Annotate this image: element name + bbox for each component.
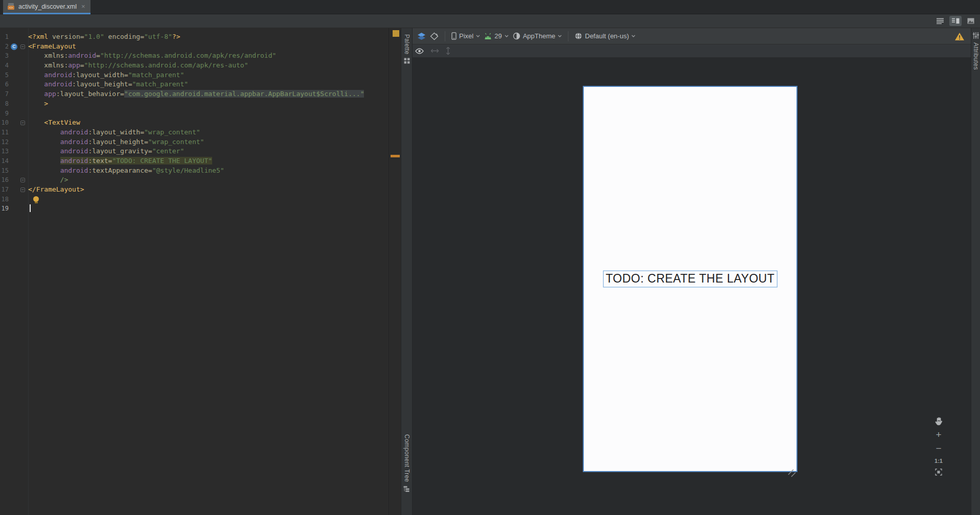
error-stripe-mark[interactable] — [391, 155, 400, 157]
code-token: /> — [28, 176, 68, 183]
zoom-out-button[interactable]: − — [936, 444, 941, 453]
code-token — [28, 147, 60, 155]
fold-column — [19, 156, 26, 166]
editor-mode-bar — [0, 14, 980, 28]
locale-selector[interactable]: Default (en-us) — [575, 32, 635, 40]
code-line-16[interactable]: 16− /> — [0, 175, 389, 185]
fold-column — [19, 195, 26, 204]
component-tree-tab[interactable]: Component Tree — [401, 434, 412, 492]
code-line-3[interactable]: 3 xmlns:android="http://schemas.android.… — [0, 51, 389, 61]
code-line-14[interactable]: 14 android:text="TODO: CREATE THE LAYOUT… — [0, 156, 389, 166]
gutter-icon-column — [9, 118, 19, 128]
zoom-to-fit-icon[interactable] — [935, 469, 942, 476]
code-token: "com.google.android.material.appbar.AppB… — [124, 90, 364, 98]
api-level-selector[interactable]: 29 — [484, 32, 508, 40]
code-line-7[interactable]: 7 app:layout_behavior="com.google.androi… — [0, 89, 389, 99]
fold-marker[interactable]: − — [20, 178, 25, 182]
line-number: 3 — [0, 51, 9, 61]
pan-hand-icon[interactable] — [935, 417, 943, 426]
code-token: :layout_behavior= — [56, 90, 124, 98]
code-line-11[interactable]: 11 android:layout_width="wrap_content" — [0, 128, 389, 137]
palette-tab[interactable]: Palette — [401, 34, 412, 64]
code-text: /> — [26, 175, 68, 185]
design-surface[interactable]: TODO: CREATE THE LAYOUT + − 1:1 — [413, 58, 971, 515]
render-warnings-button[interactable] — [954, 32, 965, 43]
code-line-19[interactable]: 19 — [0, 204, 389, 214]
canvas-resize-grip[interactable] — [786, 467, 797, 479]
gutter-icon-column — [9, 89, 19, 99]
tab-close-icon[interactable]: × — [81, 3, 85, 10]
device-screen-canvas[interactable]: TODO: CREATE THE LAYOUT — [583, 86, 797, 472]
pan-horizontal-button[interactable] — [431, 49, 439, 53]
view-options-button[interactable] — [415, 48, 424, 54]
vertical-arrows-icon — [446, 47, 450, 55]
zoom-in-button[interactable]: + — [936, 430, 941, 439]
code-text: > — [26, 99, 48, 109]
pan-vertical-button[interactable] — [446, 47, 450, 55]
code-text: android:layout_width="match_parent" — [26, 71, 184, 80]
code-text: <FrameLayout — [26, 42, 76, 52]
fold-column: − — [19, 175, 26, 185]
zoom-actual-button[interactable]: 1:1 — [935, 458, 943, 464]
text-caret — [30, 204, 31, 212]
code-token: "wrap_content" — [148, 138, 204, 146]
device-selector[interactable]: Pixel — [451, 32, 480, 40]
split-view-button[interactable] — [949, 16, 962, 26]
code-line-5[interactable]: 5 android:layout_width="match_parent" — [0, 71, 389, 80]
code-lines: 1<?xml version="1.0" encoding="utf-8"?>2… — [0, 32, 389, 214]
class-gutter-icon[interactable]: C — [11, 43, 17, 50]
code-line-17[interactable]: 17−</FrameLayout> — [0, 185, 389, 195]
design-view-button[interactable] — [965, 16, 977, 26]
code-token: :layout_height= — [72, 80, 132, 88]
fold-marker[interactable]: − — [20, 188, 25, 192]
code-line-18[interactable]: 18 — [0, 195, 389, 204]
fold-column — [19, 128, 26, 137]
code-line-9[interactable]: 9 — [0, 109, 389, 119]
theme-selector[interactable]: AppTheme — [513, 32, 562, 40]
code-line-15[interactable]: 15 android:textAppearance="@style/Headli… — [0, 166, 389, 176]
chevron-down-icon — [631, 35, 635, 37]
code-editor[interactable]: 1<?xml version="1.0" encoding="utf-8"?>2… — [0, 28, 389, 515]
code-text: <?xml version="1.0" encoding="utf-8"?> — [26, 32, 180, 42]
gutter-icon-column — [9, 32, 19, 42]
intention-bulb-icon[interactable] — [33, 196, 39, 202]
gutter-icon-column: C — [9, 42, 19, 52]
textview-preview[interactable]: TODO: CREATE THE LAYOUT — [603, 271, 778, 288]
code-text: android:layout_gravity="center" — [26, 147, 184, 156]
gutter-icon-column — [9, 51, 19, 61]
svg-text:<>: <> — [9, 6, 13, 10]
inspection-status-indicator[interactable] — [393, 30, 399, 37]
fold-marker[interactable]: − — [20, 121, 25, 125]
fold-marker[interactable]: − — [20, 44, 25, 49]
code-token: xmlns: — [28, 61, 68, 69]
android-studio-window: <> activity_discover.xml × — [0, 0, 980, 515]
code-line-4[interactable]: 4 xmlns:app="http://schemas.android.com/… — [0, 61, 389, 71]
line-number: 1 — [0, 32, 9, 42]
gutter-icon-column — [9, 71, 19, 80]
code-line-6[interactable]: 6 android:layout_height="match_parent" — [0, 80, 389, 89]
gutter-icon-column — [9, 99, 19, 109]
code-line-12[interactable]: 12 android:layout_height="wrap_content" — [0, 137, 389, 147]
orientation-button[interactable] — [430, 32, 439, 40]
code-line-10[interactable]: 10− <TextView — [0, 118, 389, 128]
code-line-8[interactable]: 8 > — [0, 99, 389, 109]
code-line-13[interactable]: 13 android:layout_gravity="center" — [0, 147, 389, 156]
code-line-1[interactable]: 1<?xml version="1.0" encoding="utf-8"?> — [0, 32, 389, 42]
fold-column — [19, 109, 26, 119]
fold-column — [19, 89, 26, 99]
orientation-icon — [430, 32, 439, 40]
tab-activity-discover[interactable]: <> activity_discover.xml × — [3, 0, 90, 14]
zoom-controls: + − 1:1 — [929, 417, 948, 476]
code-line-2[interactable]: 2C−<FrameLayout — [0, 42, 389, 52]
attributes-tab-label: Attributes — [972, 42, 979, 70]
code-view-button[interactable] — [934, 16, 946, 26]
attributes-tab[interactable]: Attributes — [971, 32, 980, 70]
designer-left-toolstrip: Palette Component Tree — [401, 28, 413, 515]
fold-column: − — [19, 42, 26, 52]
code-token: encoding= — [104, 33, 144, 40]
line-number: 7 — [0, 89, 9, 99]
gutter-icon-column — [9, 137, 19, 147]
editor-scrollbar-divider — [389, 28, 389, 515]
design-surface-button[interactable] — [417, 32, 426, 40]
code-text: android:textAppearance="@style/Headline5… — [26, 166, 224, 176]
